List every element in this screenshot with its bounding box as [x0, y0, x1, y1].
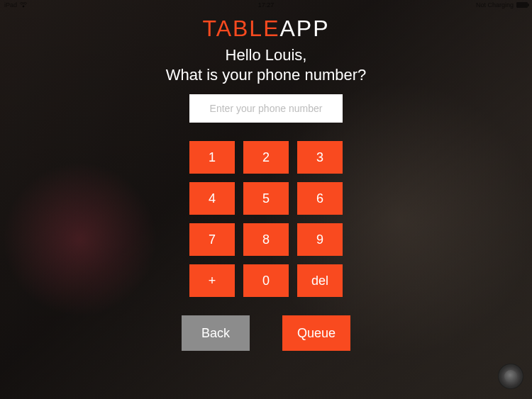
- key-1[interactable]: 1: [189, 141, 235, 174]
- battery-icon: [516, 2, 528, 8]
- status-time: 17:27: [258, 1, 275, 9]
- back-button[interactable]: Back: [182, 315, 250, 351]
- main-container: TABLEAPP Hello Louis, What is your phone…: [0, 0, 532, 399]
- key-delete[interactable]: del: [297, 264, 343, 297]
- wifi-icon: [20, 2, 27, 8]
- greeting-text: Hello Louis,: [226, 46, 307, 64]
- svg-point-0: [23, 6, 24, 7]
- key-9[interactable]: 9: [297, 223, 343, 256]
- action-row: Back Queue: [182, 315, 350, 351]
- charging-label: Not Charging: [476, 1, 514, 9]
- status-bar: iPad 17:27 Not Charging: [0, 0, 532, 10]
- queue-button[interactable]: Queue: [282, 315, 350, 351]
- key-7[interactable]: 7: [189, 223, 235, 256]
- carrier-label: iPad: [4, 1, 17, 9]
- keypad: 1 2 3 4 5 6 7 8 9 + 0 del: [189, 141, 343, 297]
- key-3[interactable]: 3: [297, 141, 343, 174]
- status-right: Not Charging: [476, 1, 528, 9]
- question-text: What is your phone number?: [166, 66, 367, 84]
- logo-part-app: APP: [279, 16, 329, 41]
- logo-part-table: TABLE: [202, 16, 279, 41]
- key-4[interactable]: 4: [189, 182, 235, 215]
- key-0[interactable]: 0: [243, 264, 289, 297]
- phone-input[interactable]: [189, 94, 343, 123]
- key-8[interactable]: 8: [243, 223, 289, 256]
- status-left: iPad: [4, 1, 27, 9]
- key-6[interactable]: 6: [297, 182, 343, 215]
- app-logo: TABLEAPP: [202, 16, 329, 42]
- key-plus[interactable]: +: [189, 264, 235, 297]
- key-5[interactable]: 5: [243, 182, 289, 215]
- battery-fill: [517, 3, 527, 7]
- assistive-touch-button[interactable]: [498, 364, 523, 389]
- key-2[interactable]: 2: [243, 141, 289, 174]
